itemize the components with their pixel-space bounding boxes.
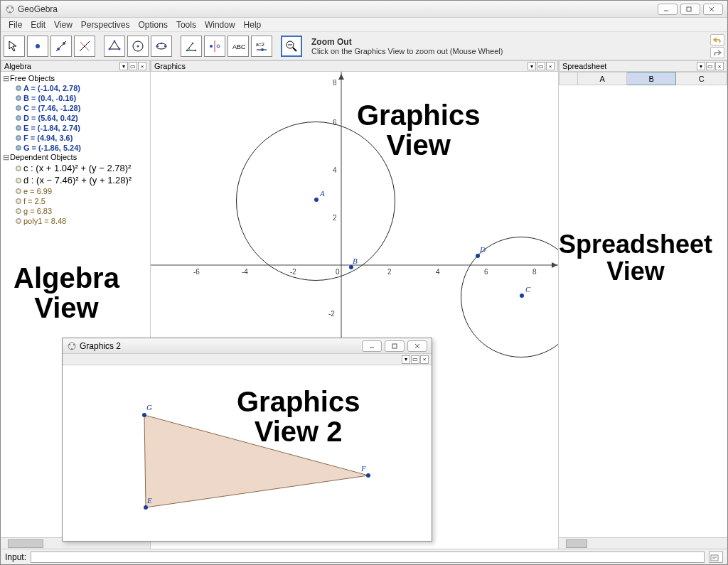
svg-point-10 [57, 48, 60, 50]
graphics2-window[interactable]: Graphics 2 ▾ ▭ × G F E Graphics View 2 [62, 338, 432, 542]
graphics2-title: Graphics 2 [80, 341, 359, 351]
svg-line-35 [293, 48, 296, 51]
algebra-title: Algebra [4, 62, 119, 70]
graphics2-detach-icon[interactable]: ▭ [411, 355, 419, 364]
spreadsheet-detach-icon[interactable]: ▭ [706, 62, 714, 70]
triangle-poly1[interactable] [63, 365, 432, 541]
tool-zoom-out[interactable] [281, 36, 302, 57]
algebra-detach-icon[interactable]: ▭ [129, 62, 137, 70]
minimize-button[interactable] [658, 4, 678, 15]
tool-hint-desc: Click on the Graphics View to zoom out (… [311, 47, 701, 55]
spreadsheet-close-icon[interactable]: × [715, 62, 724, 70]
svg-point-15 [114, 40, 116, 42]
svg-point-19 [137, 45, 139, 47]
svg-point-29 [217, 45, 220, 48]
svg-point-22 [164, 45, 166, 47]
menu-tools[interactable]: Tools [173, 18, 200, 31]
graphics2-close-icon[interactable]: × [420, 355, 429, 364]
menu-help[interactable]: Help [240, 18, 265, 31]
svg-point-45 [69, 343, 70, 345]
tree-item: B = (0.4, -0.16) [3, 93, 148, 103]
tree-item: G = (-1.86, 5.24) [3, 143, 148, 153]
graphics2-maximize[interactable] [385, 340, 405, 352]
svg-marker-14 [109, 41, 119, 49]
tool-circle[interactable] [127, 36, 149, 57]
spreadsheet-dropdown-icon[interactable]: ▾ [697, 62, 705, 70]
tree-item: D = (5.64, 0.42) [3, 113, 148, 123]
tool-move[interactable] [4, 36, 25, 57]
svg-point-33 [261, 48, 264, 51]
graphics2-dropdown-icon[interactable]: ▾ [402, 355, 410, 364]
tool-point[interactable] [27, 36, 48, 57]
tree-item: d : (x − 7.46)² + (y + 1.28)² [3, 174, 148, 186]
svg-point-21 [157, 45, 159, 47]
svg-text:ABC: ABC [232, 43, 245, 50]
svg-point-3 [9, 11, 11, 12]
graphics-title: Graphics [154, 62, 527, 70]
graphics2-canvas[interactable]: G F E Graphics View 2 [63, 365, 432, 541]
tool-line[interactable] [50, 36, 72, 57]
menu-window[interactable]: Window [201, 18, 239, 31]
menu-perspectives[interactable]: Perspectives [77, 18, 134, 31]
point-B[interactable] [349, 265, 353, 269]
input-field[interactable] [31, 551, 705, 563]
svg-point-25 [195, 49, 197, 51]
undo-icon[interactable] [710, 34, 724, 45]
redo-icon[interactable] [710, 47, 724, 58]
input-help-icon[interactable] [709, 551, 723, 563]
title-bar: GeoGebra [1, 1, 727, 18]
tool-perpendicular[interactable] [74, 36, 95, 57]
svg-point-47 [71, 348, 73, 349]
input-bar: Input: [1, 549, 727, 564]
input-label: Input: [5, 552, 26, 562]
maximize-button[interactable] [680, 4, 700, 15]
tool-hint: Zoom Out Click on the Graphics View to z… [304, 36, 708, 57]
tool-hint-title: Zoom Out [311, 37, 701, 47]
algebra-dropdown-icon[interactable]: ▾ [119, 62, 128, 70]
tool-polygon[interactable] [104, 36, 125, 57]
tool-reflect[interactable] [204, 36, 225, 57]
point-D[interactable] [476, 254, 480, 258]
svg-text:a=2: a=2 [256, 42, 264, 47]
spreadsheet-title: Spreadsheet [562, 62, 696, 70]
spreadsheet-scrollbar[interactable] [559, 537, 727, 549]
point-E[interactable] [144, 505, 148, 510]
svg-point-1 [7, 6, 9, 8]
tree-item: c : (x + 1.04)² + (y − 2.78)² [3, 162, 148, 174]
menu-edit[interactable]: Edit [27, 18, 49, 31]
svg-point-28 [210, 45, 213, 48]
graphics-dropdown-icon[interactable]: ▾ [528, 62, 536, 70]
point-F[interactable] [366, 473, 370, 478]
dependent-objects-label: Dependent Objects [10, 153, 77, 161]
spreadsheet-panel: Spreadsheet ▾ ▭ × ABC Spreadsheet View [559, 60, 727, 549]
spreadsheet-grid[interactable]: ABC [559, 72, 727, 537]
algebra-close-icon[interactable]: × [138, 62, 146, 70]
svg-point-2 [11, 6, 13, 8]
svg-marker-52 [144, 415, 368, 507]
svg-rect-49 [392, 344, 397, 348]
close-button[interactable] [703, 4, 723, 15]
point-A[interactable] [314, 198, 318, 202]
point-G[interactable] [142, 413, 146, 417]
graphics-detach-icon[interactable]: ▭ [537, 62, 545, 70]
menu-file[interactable]: File [5, 18, 26, 31]
tool-slider[interactable]: a=2 [251, 36, 272, 57]
svg-point-46 [73, 343, 75, 345]
graphics2-toolbar: ▾ ▭ × [63, 354, 432, 365]
app-icon [67, 341, 77, 351]
toolbar-right [710, 34, 724, 58]
svg-point-26 [192, 42, 194, 44]
graphics2-close[interactable] [407, 340, 427, 352]
tool-angle[interactable] [181, 36, 202, 57]
graphics2-minimize[interactable] [362, 340, 382, 352]
tree-item: g = 6.83 [3, 206, 148, 216]
menu-view[interactable]: View [50, 18, 76, 31]
point-C[interactable] [520, 294, 524, 298]
tool-ellipse[interactable] [151, 36, 172, 57]
svg-point-8 [36, 44, 40, 48]
graphics2-title-bar[interactable]: Graphics 2 [63, 338, 432, 354]
tool-text[interactable]: ABC [228, 36, 249, 57]
graphics-close-icon[interactable]: × [546, 62, 555, 70]
algebra-title-bar: Algebra ▾ ▭ × [1, 60, 150, 72]
menu-options[interactable]: Options [135, 18, 171, 31]
